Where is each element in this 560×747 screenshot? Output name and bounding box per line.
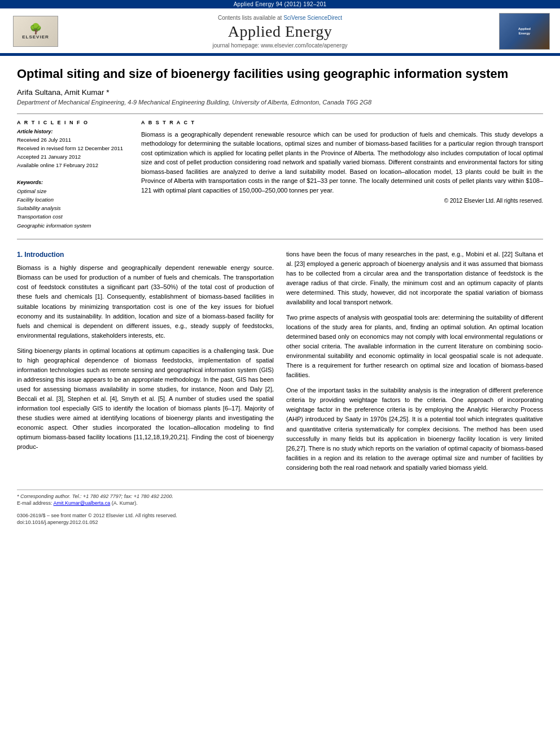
keyword-2: Facility location xyxy=(17,195,130,204)
affiliation: Department of Mechanical Engineering, 4-… xyxy=(17,99,543,106)
keywords-label: Keywords: xyxy=(17,180,130,185)
keyword-5: Geographic information system xyxy=(17,221,130,230)
email-label: E-mail address: xyxy=(17,500,54,506)
right-column: tions have been the focus of many resear… xyxy=(286,250,543,478)
doi: doi:10.1016/j.apenergy.2012.01.052 xyxy=(17,519,543,525)
journal-header: 🌳 ELSEVIER Contents lists available at S… xyxy=(0,8,560,54)
article-info-title: A R T I C L E I N F O xyxy=(17,120,130,125)
doi-line: 0306-2619/$ – see front matter © 2012 El… xyxy=(17,513,543,518)
sciverse-anchor[interactable]: SciVerse ScienceDirect xyxy=(283,15,342,21)
journal-title: Applied Energy xyxy=(67,23,493,41)
page-wrapper: Applied Energy 94 (2012) 192–201 🌳 ELSEV… xyxy=(0,0,560,536)
authors: Arifa Sultana, Amit Kumar * xyxy=(17,88,543,97)
applied-energy-logo: AppliedEnergy xyxy=(499,13,550,50)
online-date: Available online 17 February 2012 xyxy=(17,161,130,169)
email-attribution: (A. Kumar). xyxy=(112,500,138,506)
corresponding-author-note: * Corresponding author. Tel.: +1 780 492… xyxy=(17,493,543,499)
abstract-title: A B S T R A C T xyxy=(141,120,543,125)
revised-date: Received in revised form 12 December 201… xyxy=(17,145,130,152)
applied-energy-logo-text: AppliedEnergy xyxy=(518,27,531,36)
article-footer: * Corresponding author. Tel.: +1 780 492… xyxy=(17,490,543,525)
author-names: Arifa Sultana, Amit Kumar * xyxy=(17,88,110,97)
intro-para-2: Siting bioenergy plants in optimal locat… xyxy=(17,346,274,452)
journal-citation-bar: Applied Energy 94 (2012) 192–201 xyxy=(0,0,560,8)
email-note: E-mail address: Amit.Kumar@ualberta.ca (… xyxy=(17,500,543,506)
abstract-section: A B S T R A C T Biomass is a geographica… xyxy=(141,120,543,230)
right-para-2: Two prime aspects of analysis with geosp… xyxy=(286,313,543,380)
tree-icon: 🌳 xyxy=(29,24,42,34)
main-text: 1. Introduction Biomass is a highly disp… xyxy=(17,250,543,478)
article-info: A R T I C L E I N F O Article history: R… xyxy=(17,120,130,230)
received-date: Received 26 July 2011 xyxy=(17,136,130,143)
journal-homepage: journal homepage: www.elsevier.com/locat… xyxy=(67,42,493,49)
other-text: Other xyxy=(72,424,88,431)
elsevier-wordmark: ELSEVIER xyxy=(22,34,49,40)
article-content: Optimal siting and size of bioenergy fac… xyxy=(0,56,560,536)
right-para-1: tions have been the focus of many resear… xyxy=(286,250,543,307)
email-link[interactable]: Amit.Kumar@ualberta.ca xyxy=(54,500,111,506)
keywords-list: Optimal size Facility location Suitabili… xyxy=(17,187,130,230)
intro-para-1: Biomass is a highly disperse and geograp… xyxy=(17,263,274,340)
keyword-3: Suitability analysis xyxy=(17,204,130,212)
section-divider xyxy=(17,239,543,239)
journal-citation: Applied Energy 94 (2012) 192–201 xyxy=(234,1,327,7)
keyword-1: Optimal size xyxy=(17,187,130,195)
right-para-3: One of the important tasks in the suitab… xyxy=(286,386,543,472)
history-label: Article history: xyxy=(17,129,130,134)
keyword-4: Transportation cost xyxy=(17,212,130,221)
journal-center: Contents lists available at SciVerse Sci… xyxy=(61,15,499,49)
left-column: 1. Introduction Biomass is a highly disp… xyxy=(17,250,274,478)
sciverse-link: Contents lists available at SciVerse Sci… xyxy=(67,15,493,21)
article-title: Optimal siting and size of bioenergy fac… xyxy=(17,66,543,82)
accepted-date: Accepted 21 January 2012 xyxy=(17,153,130,160)
elsevier-logo: 🌳 ELSEVIER xyxy=(10,16,61,47)
copyright-line: © 2012 Elsevier Ltd. All rights reserved… xyxy=(141,198,543,204)
info-section: A R T I C L E I N F O Article history: R… xyxy=(17,113,543,230)
intro-heading: 1. Introduction xyxy=(17,250,274,260)
elsevier-logo-image: 🌳 ELSEVIER xyxy=(13,16,58,47)
abstract-text: Biomass is a geographically dependent re… xyxy=(141,130,543,195)
